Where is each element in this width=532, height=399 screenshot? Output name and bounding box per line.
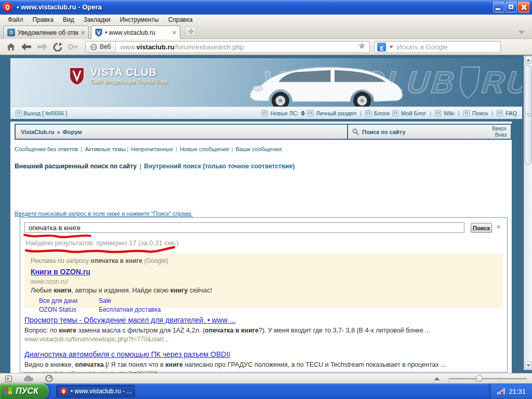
- ad-desc-part: сейчас!: [188, 287, 212, 294]
- opera-icon: [60, 388, 68, 395]
- magnifier-icon: [352, 128, 359, 135]
- scrollbar-down-button[interactable]: [525, 362, 532, 369]
- back-button[interactable]: [20, 41, 33, 52]
- breadcrumb-separator: »: [57, 129, 60, 135]
- taskbar-opera-button[interactable]: • www.vistaclub.ru - ...: [56, 385, 135, 397]
- menu-edit[interactable]: Правка: [28, 15, 59, 24]
- url-domain: vistaclub.ru: [136, 43, 174, 51]
- faq-link[interactable]: FAQ: [506, 110, 517, 116]
- scroll-down-link[interactable]: Вниз: [495, 132, 507, 138]
- separator: |: [429, 110, 432, 116]
- pm-icon: [261, 110, 268, 116]
- restore-button[interactable]: [506, 2, 517, 12]
- results-count-text: Найдено результатов: примерно 17 (за 0,3…: [25, 239, 179, 247]
- window-titlebar: • www.vistaclub.ru - Opera: [0, 0, 532, 15]
- minimize-button[interactable]: [493, 2, 504, 12]
- search-instruction: Введите поисковый запрос в поле ниже и н…: [15, 210, 193, 217]
- personal-section-link[interactable]: Личный раздел: [316, 110, 356, 116]
- search-close-icon[interactable]: ×: [497, 223, 501, 231]
- windows-logo-icon: [4, 387, 12, 395]
- tab-close-icon[interactable]: ×: [172, 29, 176, 36]
- ad-sitelink[interactable]: Все для дачи: [39, 297, 99, 304]
- ad-title-link[interactable]: Книги в OZON.ru: [31, 268, 90, 276]
- site-logo[interactable]: VISTA CLUB Сайт владельцев Toyota Vista: [69, 66, 167, 86]
- zoom-slider-thumb[interactable]: [476, 375, 483, 382]
- menu-help[interactable]: Справка: [164, 15, 197, 24]
- site-banner[interactable]: VISTACLUB RU VISTA CLUB Сайт владельцев …: [10, 58, 522, 107]
- separator: |: [175, 146, 178, 152]
- menu-tools[interactable]: Инструменты: [115, 15, 164, 24]
- web-mode-button[interactable]: Веб: [86, 42, 116, 52]
- scrollbar-up-button[interactable]: [525, 56, 532, 64]
- breadcrumb-forum-link[interactable]: Форум: [63, 129, 82, 135]
- snippet-bold: опечатка в книге: [205, 327, 259, 334]
- opera-turbo-icon[interactable]: [45, 375, 53, 382]
- menu-file[interactable]: Файл: [3, 15, 28, 24]
- snippet-part: .[/ Я так понял что в: [104, 361, 166, 368]
- logout-link[interactable]: Выход [ fei5656 ]: [23, 110, 67, 116]
- zoom-menu-button[interactable]: [434, 377, 440, 380]
- reload-button[interactable]: [51, 41, 64, 52]
- shield-favicon-icon: [95, 29, 102, 37]
- scrollbar-thumb[interactable]: [525, 65, 532, 165]
- search-query-input[interactable]: [24, 222, 464, 233]
- result-title-link[interactable]: Диагностика автомобиля с помощью ПК чере…: [24, 350, 230, 358]
- toyota-vista-car-image: [239, 60, 410, 107]
- address-bar[interactable]: Веб www.vistaclub.ru/forum/extrasearch.p…: [85, 41, 370, 53]
- start-button[interactable]: ПУСК: [0, 383, 49, 399]
- google-search-box[interactable]: g: [374, 41, 501, 53]
- tab-bar: Уведомление об ответ... × • www.vistaclu…: [0, 24, 532, 39]
- zoom-slider[interactable]: [449, 375, 527, 382]
- scroll-up-link[interactable]: Вверх: [492, 126, 507, 132]
- menu-view[interactable]: Вид: [58, 15, 79, 24]
- reload-icon: [53, 43, 62, 51]
- ad-desc-bold: книгу: [170, 287, 188, 294]
- ad-sitelink[interactable]: Бесплатная доставка: [99, 306, 497, 313]
- tab-notification[interactable]: Уведомление об ответ... ×: [3, 25, 89, 39]
- link-your-posts[interactable]: Ваши сообщения: [235, 146, 282, 152]
- breadcrumb-site-link[interactable]: VistaClub.ru: [21, 129, 55, 135]
- search-link[interactable]: Поиск: [472, 110, 488, 116]
- banner-title: VISTA CLUB: [90, 66, 167, 78]
- ad-sitelink[interactable]: Sale: [99, 297, 497, 304]
- menu-bookmarks[interactable]: Закладки: [79, 15, 115, 24]
- link-new-posts[interactable]: Новые сообщения: [180, 146, 229, 152]
- mode-internal-link[interactable]: Внутренний поиск (только точное соответс…: [144, 163, 295, 170]
- snippet-part: замена масла с фильтром для 1AZ 4,2л. (: [76, 327, 205, 334]
- bookmark-star-button[interactable]: [358, 42, 366, 51]
- search-mini-icon: [463, 110, 470, 116]
- link-unread[interactable]: Непрочитанные: [131, 146, 173, 152]
- search-result-1: Просмотр темы - Обсуждение масел для дви…: [24, 315, 498, 343]
- tab-close-icon[interactable]: ×: [81, 29, 85, 36]
- link-active-topics[interactable]: Активные темы: [85, 146, 126, 152]
- home-button[interactable]: [4, 41, 18, 52]
- link-unanswered[interactable]: Сообщения без ответов: [15, 146, 78, 152]
- minimize-icon: [496, 8, 500, 10]
- ad-sitelink[interactable]: OZON Status: [39, 306, 99, 313]
- new-tab-button[interactable]: [185, 26, 196, 36]
- address-url[interactable]: www.vistaclub.ru/forum/extrasearch.php: [116, 43, 244, 51]
- banner-subtitle: Сайт владельцев Toyota Vista: [90, 79, 167, 85]
- tab-vistaclub[interactable]: • www.vistaclub.ru ×: [91, 25, 180, 39]
- wiki-icon: [435, 110, 441, 116]
- snippet-part: Вопрос: по: [24, 327, 59, 334]
- site-search-box: Поиск по сайту Вверх Вниз: [348, 124, 512, 140]
- result-title-link[interactable]: Просмотр темы - Обсуждение масел для дви…: [24, 316, 236, 324]
- close-button[interactable]: [518, 2, 529, 12]
- site-search-link[interactable]: Поиск по сайту: [362, 129, 405, 135]
- rewind-button[interactable]: [66, 41, 80, 52]
- panels-toggle-icon[interactable]: [5, 376, 12, 382]
- forward-button[interactable]: [35, 41, 49, 52]
- google-search-input[interactable]: [397, 43, 498, 51]
- opera-link-cloud-icon[interactable]: [23, 375, 34, 382]
- search-engine-dropdown-icon[interactable]: [389, 46, 393, 48]
- blogs-link[interactable]: Блоги: [374, 110, 390, 116]
- wiki-link[interactable]: Wiki: [444, 110, 455, 116]
- clock[interactable]: 21:31: [509, 388, 526, 395]
- network-status-icon[interactable]: [497, 388, 505, 395]
- vertical-scrollbar[interactable]: [524, 56, 532, 370]
- search-submit-button[interactable]: Поиск: [471, 223, 492, 233]
- opera-logo-icon: [3, 2, 12, 12]
- tab-list-chevron-icon[interactable]: [518, 31, 525, 34]
- myblog-link[interactable]: Мой Блог: [401, 110, 426, 116]
